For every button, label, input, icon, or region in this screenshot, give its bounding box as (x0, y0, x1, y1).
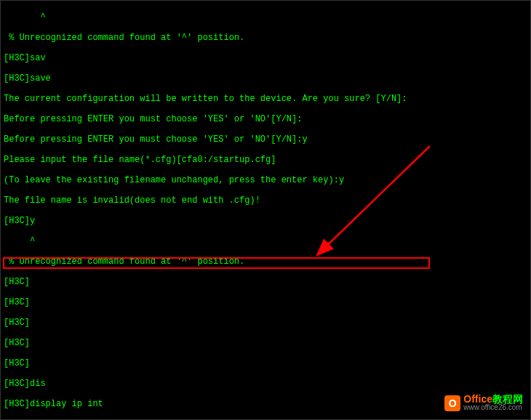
output-line: [H3C] (4, 297, 527, 307)
output-line: Please input the file name(*.cfg)[cfa0:/… (4, 155, 527, 165)
output-line: (To leave the existing filename unchange… (4, 175, 527, 185)
output-line: [H3C] (4, 358, 527, 368)
output-line: [H3C] (4, 338, 527, 348)
output-line: ^ (4, 12, 527, 23)
output-line: % Unrecognized command found at '^' posi… (4, 257, 527, 267)
watermark-logo-icon: O (444, 395, 460, 411)
output-line: [H3C] (4, 318, 527, 328)
terminal-output[interactable]: ^ % Unrecognized command found at '^' po… (4, 2, 527, 420)
output-line: [H3C] (4, 277, 527, 287)
output-line: ^ (4, 236, 527, 246)
watermark: O Office教程网 www.office26.com (444, 395, 523, 412)
output-line: [H3C]save (4, 73, 527, 84)
output-line: The current configuration will be writte… (4, 94, 527, 104)
output-line: [H3C]sav (4, 53, 527, 63)
output-line: The file name is invalid(does not end wi… (4, 195, 527, 206)
watermark-title: Office教程网 (463, 395, 523, 403)
output-line: Before pressing ENTER you must choose 'Y… (4, 134, 527, 145)
output-line: [H3C]y (4, 216, 527, 226)
output-line: Before pressing ENTER you must choose 'Y… (4, 114, 527, 124)
watermark-url: www.office26.com (463, 403, 523, 412)
output-line: % Unrecognized command found at '^' posi… (4, 33, 527, 43)
output-line: [H3C]dis (4, 379, 527, 389)
